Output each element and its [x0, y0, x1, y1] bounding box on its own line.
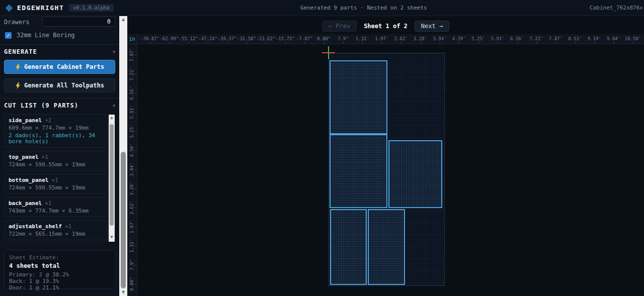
cut-list-item[interactable]: back_panel×1743mm × 774.7mm × 6.35mm — [4, 197, 108, 217]
prev-sheet-button[interactable]: ← Prev — [322, 21, 357, 32]
ruler-tick — [189, 42, 189, 44]
ruler-tick — [517, 42, 518, 44]
part-name: top_panel — [9, 154, 39, 160]
ruler-label: -70.87" — [140, 36, 159, 41]
left-ruler: 0.00"7.9"1.31'1.97'2.62'3.28'3.94'4.59'5… — [127, 44, 137, 296]
cut-list-item[interactable]: bottom_panel×1724mm × 590.55mm × 19mm — [4, 174, 108, 194]
estimate-lines: Primary: 2 @ 38.2%Back: 1 @ 19.3%Door: 1… — [9, 271, 111, 291]
chevron-down-icon: ▼ — [113, 104, 115, 108]
ruler-label: 4.59' — [452, 36, 466, 41]
nested-part[interactable] — [330, 209, 367, 285]
part-qty: ×1 — [65, 223, 71, 230]
cut-list-scrollbar[interactable]: ▲ ▼ — [109, 115, 115, 242]
cut-list-item[interactable]: adjustable_shelf×1722mm × 565.15mm × 19m… — [4, 220, 108, 240]
scrollbar-down-arrow-icon[interactable]: ▼ — [119, 289, 127, 296]
ruler-label: -62.99" — [159, 36, 179, 41]
ruler-label: 0.00" — [317, 36, 331, 41]
ruler-tick — [135, 284, 137, 284]
ruler-tick — [135, 265, 137, 265]
drawers-input[interactable] — [42, 17, 115, 27]
part-name: bottom_panel — [9, 177, 48, 183]
app-title: EDGEWRIGHT — [17, 4, 64, 12]
ruler-label: 7.9" — [338, 36, 349, 41]
scrollbar-thumb[interactable] — [110, 124, 114, 226]
part-qty: ×1 — [51, 177, 58, 183]
ruler-label: 0.00" — [129, 277, 134, 290]
main-scrollbar[interactable]: ▲ ▼ — [119, 16, 127, 296]
scrollbar-up-arrow-icon[interactable]: ▲ — [109, 115, 115, 121]
estimate-title: Sheet Estimate: — [9, 254, 111, 261]
ruler-tick — [135, 55, 137, 55]
line-boring-checkbox[interactable]: ✓ — [5, 32, 12, 39]
ruler-label: -31.50" — [237, 36, 256, 41]
cut-list-item[interactable]: top_panel×1724mm × 590.55mm × 19mm — [4, 151, 108, 171]
next-sheet-button[interactable]: Next → — [415, 21, 449, 32]
part-name: side_panel — [9, 117, 42, 124]
ruler-label: 7.87' — [549, 36, 562, 41]
nested-part[interactable] — [330, 134, 387, 208]
ruler-tick — [135, 208, 137, 208]
origin-x-axis-icon — [322, 52, 335, 53]
bolt-icon — [15, 64, 21, 70]
app-logo: EDGEWRIGHT v0.1.0-alpha — [5, 4, 114, 12]
cut-list-title: CUT LIST (9 PARTS) — [4, 102, 78, 109]
ruler-label: 6.56' — [510, 36, 524, 41]
generate-all-toolpaths-label: Generate All Toolpaths — [24, 82, 104, 89]
ruler-label: -23.62" — [256, 36, 275, 41]
generate-all-toolpaths-button[interactable]: Generate All Toolpaths — [4, 78, 115, 92]
ruler-tick — [324, 42, 325, 44]
ruler-tick — [135, 169, 137, 170]
ruler-tick — [594, 42, 595, 44]
generate-cabinet-parts-button[interactable]: Generate Cabinet Parts — [4, 60, 115, 74]
ruler-tick — [150, 42, 150, 44]
sidebar: Drawers ✓ 32mm Line Boring GENERATE ▼ Ge… — [0, 16, 119, 296]
app-header: EDGEWRIGHT v0.1.0-alpha Generated 9 part… — [0, 0, 644, 16]
ruler-label: 1.97' — [375, 36, 388, 41]
generate-section-header[interactable]: GENERATE ▼ — [4, 48, 115, 55]
scrollbar-down-arrow-icon[interactable]: ▼ — [109, 234, 115, 240]
ruler-label: 7.9" — [129, 259, 134, 270]
cut-list: side_panel×2609.6mm × 774.7mm × 19mm2 da… — [4, 114, 116, 243]
ruler-tick — [421, 42, 421, 44]
nested-part[interactable] — [368, 209, 405, 285]
ruler-label: 7.22' — [129, 67, 134, 80]
drawers-label: Drawers — [4, 19, 30, 26]
nest-status-text: Generated 9 parts · Nested on 2 sheets — [300, 5, 427, 11]
ruler-label: 10.50' — [625, 36, 641, 41]
ruler-label: 4.59' — [129, 143, 134, 157]
part-dims: 724mm × 590.55mm × 19mm — [9, 162, 103, 168]
ruler-label: 3.28' — [414, 36, 427, 41]
part-dims: 722mm × 565.15mm × 19mm — [9, 231, 103, 237]
divider — [0, 44, 119, 45]
ruler-label: 1.97' — [129, 220, 134, 233]
scrollbar-thumb[interactable] — [121, 152, 126, 288]
ruler-tick — [555, 42, 556, 44]
part-dims: 724mm × 590.55mm × 19mm — [9, 185, 103, 191]
ruler-tick — [135, 112, 137, 113]
bolt-icon — [15, 82, 21, 89]
sheet-estimate-panel: Sheet Estimate: 4 sheets total Primary: … — [4, 250, 116, 289]
cut-list-section-header[interactable]: CUT LIST (9 PARTS) ▼ — [4, 102, 115, 109]
ruler-label: 9.84' — [607, 36, 620, 41]
part-name: back_panel — [9, 200, 42, 207]
ruler-label: 3.94' — [129, 162, 134, 176]
ruler-tick — [478, 42, 479, 44]
nested-part[interactable] — [388, 140, 442, 208]
estimate-line: Door: 1 @ 21.1% — [9, 284, 111, 291]
ruler-tick — [285, 42, 286, 44]
drawers-row: Drawers — [0, 17, 119, 27]
ruler-tick — [135, 74, 137, 74]
ruler-label: 1.31' — [129, 239, 134, 252]
cut-list-item[interactable]: side_panel×2609.6mm × 774.7mm × 19mm2 da… — [4, 114, 108, 148]
ruler-label: 7.22' — [529, 36, 543, 41]
ruler-label: 5.91' — [491, 36, 505, 41]
nested-part[interactable] — [330, 60, 387, 134]
ruler-tick — [208, 42, 208, 44]
ruler-label: 2.62' — [394, 36, 408, 41]
ruler-label: 6.56' — [129, 86, 134, 100]
ruler-tick — [343, 42, 344, 44]
scrollbar-up-arrow-icon[interactable]: ▲ — [119, 16, 127, 23]
ruler-label: 8.53' — [568, 36, 582, 41]
part-ops: 2 dado(s), 1 rabbet(s), 34 bore hole(s) — [9, 133, 103, 145]
ruler-label: 1.31' — [356, 36, 369, 41]
